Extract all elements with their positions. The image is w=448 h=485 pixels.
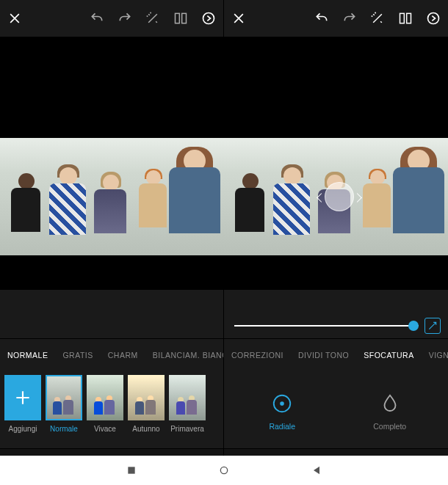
image-preview-right[interactable]: [224, 37, 448, 290]
blur-options: Radiale Completo: [224, 371, 448, 448]
sys-back-button[interactable]: [311, 464, 322, 476]
cat-normale[interactable]: NORMALE: [0, 351, 55, 360]
undo-icon[interactable]: [90, 11, 104, 26]
blur-completo[interactable]: Completo: [336, 375, 444, 448]
filter-vivace[interactable]: Vivace: [87, 375, 123, 433]
filter-thumbnails: Aggiungi Normale Vivace Autunno Primaver…: [0, 371, 223, 448]
cat-sfocatura[interactable]: SFOCATURA: [356, 351, 421, 360]
android-system-nav: [0, 456, 448, 485]
close-button[interactable]: [7, 11, 22, 26]
filter-add[interactable]: Aggiungi: [4, 375, 41, 433]
top-toolbar-right: [224, 0, 448, 37]
slider-icon[interactable]: [424, 318, 441, 334]
apply-icon[interactable]: [426, 11, 441, 26]
filter-label: Normale: [50, 425, 78, 433]
svg-rect-0: [176, 13, 180, 23]
droplet-icon: [379, 393, 401, 415]
filter-label: Vivace: [94, 425, 116, 433]
blur-slider-row: [224, 313, 448, 338]
sys-recent-button[interactable]: [126, 464, 137, 476]
svg-rect-3: [400, 13, 405, 23]
filter-label: Autunno: [132, 425, 159, 433]
blur-label: Radiale: [269, 422, 295, 431]
cat-vignettatura[interactable]: VIGNETTATURA: [422, 351, 448, 360]
blur-label: Completo: [373, 422, 406, 431]
image-preview-left[interactable]: [0, 37, 224, 290]
svg-point-33: [220, 467, 227, 473]
filter-autunno[interactable]: Autunno: [128, 375, 165, 433]
filter-label: Aggiungi: [9, 425, 37, 433]
svg-point-2: [203, 13, 214, 24]
compare-icon[interactable]: [398, 11, 413, 26]
svg-rect-4: [407, 13, 411, 23]
blur-slider[interactable]: [234, 325, 419, 327]
svg-rect-1: [182, 13, 187, 23]
svg-rect-32: [128, 467, 134, 473]
top-toolbar: [0, 0, 448, 37]
sys-home-button[interactable]: [218, 464, 230, 476]
wand-icon[interactable]: [370, 11, 385, 26]
filter-normale[interactable]: Normale: [46, 375, 82, 433]
filter-label: Primavera: [170, 425, 204, 433]
blur-radiale[interactable]: Radiale: [228, 375, 336, 448]
compare-icon[interactable]: [173, 11, 188, 26]
redo-icon[interactable]: [118, 11, 132, 26]
cat-gratis[interactable]: GRATIS: [55, 351, 100, 360]
top-toolbar-left: [0, 0, 224, 37]
cat-bilanciam[interactable]: BILANCIAM. BIANCO: [145, 351, 223, 360]
cat-dividitono[interactable]: DIVIDI TONO: [291, 351, 356, 360]
cat-correzioni[interactable]: CORREZIONI: [224, 351, 291, 360]
radial-icon: [271, 393, 293, 415]
redo-icon[interactable]: [342, 11, 357, 26]
category-tabs-right: CORREZIONI DIVIDI TONO SFOCATURA VIGNETT…: [224, 338, 448, 371]
apply-icon[interactable]: [201, 11, 216, 26]
svg-point-18: [281, 402, 283, 405]
category-tabs-left: NORMALE GRATIS CHARM BILANCIAM. BIANCO B…: [0, 338, 223, 371]
wand-icon[interactable]: [145, 11, 160, 26]
svg-point-5: [428, 13, 439, 24]
filter-primavera[interactable]: Primavera: [169, 375, 206, 433]
close-button[interactable]: [231, 11, 246, 26]
cat-charm[interactable]: CHARM: [101, 351, 145, 360]
image-area: [0, 37, 448, 290]
undo-icon[interactable]: [314, 11, 329, 26]
